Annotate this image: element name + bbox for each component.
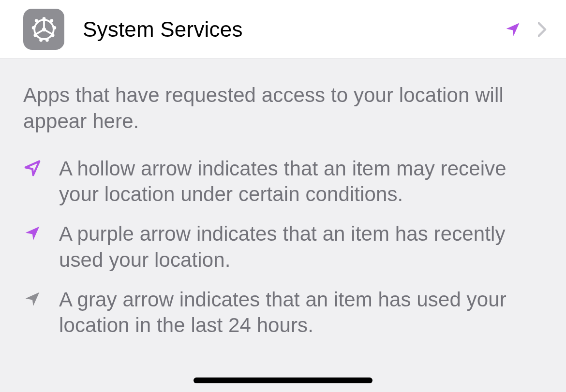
row-title-label: System Services bbox=[83, 17, 504, 42]
svg-point-13 bbox=[34, 19, 38, 22]
system-services-row[interactable]: System Services bbox=[0, 0, 566, 59]
svg-point-7 bbox=[53, 26, 56, 29]
legend-item-purple: A purple arrow indicates that an item ha… bbox=[23, 221, 543, 273]
svg-point-5 bbox=[42, 17, 45, 20]
gear-icon bbox=[29, 15, 59, 44]
svg-point-12 bbox=[31, 26, 35, 29]
legend-text: A gray arrow indicates that an item has … bbox=[59, 287, 543, 339]
svg-point-9 bbox=[45, 38, 48, 42]
svg-point-8 bbox=[51, 33, 54, 37]
location-arrow-hollow-icon bbox=[23, 159, 42, 177]
legend-text: A hollow arrow indicates that an item ma… bbox=[59, 156, 543, 208]
settings-gear-icon bbox=[23, 9, 64, 50]
legend-item-hollow: A hollow arrow indicates that an item ma… bbox=[23, 156, 543, 208]
svg-line-3 bbox=[44, 29, 52, 34]
svg-point-6 bbox=[50, 19, 53, 22]
svg-point-10 bbox=[39, 38, 43, 42]
svg-line-4 bbox=[35, 29, 44, 34]
legend-text: A purple arrow indicates that an item ha… bbox=[59, 221, 543, 273]
svg-point-11 bbox=[33, 33, 37, 37]
chevron-right-icon bbox=[538, 22, 547, 37]
location-arrow-filled-icon bbox=[504, 21, 521, 38]
footer-intro-text: Apps that have requested access to your … bbox=[23, 82, 543, 134]
legend-item-gray: A gray arrow indicates that an item has … bbox=[23, 287, 543, 339]
location-arrow-gray-icon bbox=[23, 290, 42, 308]
footer-explanation: Apps that have requested access to your … bbox=[0, 59, 566, 338]
home-indicator[interactable] bbox=[194, 377, 372, 383]
legend-list: A hollow arrow indicates that an item ma… bbox=[23, 156, 543, 339]
location-arrow-purple-icon bbox=[23, 224, 42, 243]
